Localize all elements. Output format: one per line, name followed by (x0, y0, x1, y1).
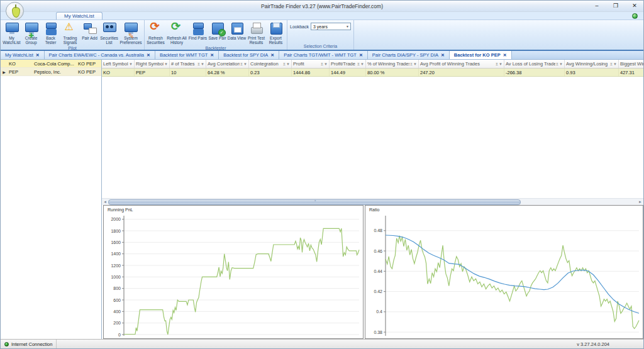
print-test-results-button[interactable]: Print Test Results (247, 21, 266, 45)
filter-funnel-icon[interactable]: ▼ (129, 62, 133, 66)
tab-backtest-spy-dia[interactable]: Backtest for SPY DIA✕ (219, 51, 279, 59)
ratio-plot: 0.380.40.420.440.460.48 (365, 214, 643, 338)
save-pair-icon (209, 21, 226, 36)
col-av-loss-losing[interactable]: Av Loss of Losing TradeΣ▼ (504, 60, 565, 68)
trading-signals-button[interactable]: Trading Signals (60, 21, 80, 45)
watchlist-panel: KO Coca-Cola Comp... KO PEP ▶ PEP Pepsic… (1, 60, 102, 339)
lookback-select[interactable]: 3 years (311, 23, 351, 30)
app-logo-pear-icon[interactable] (6, 2, 24, 20)
system-preferences-button[interactable]: System Preferences (119, 21, 143, 45)
chart-canvas: 0200400600800100012001400160018002000 (104, 214, 363, 338)
sum-icon[interactable]: Σ (357, 62, 360, 66)
close-icon[interactable]: ✕ (270, 53, 274, 58)
filter-funnel-icon[interactable]: ▼ (201, 62, 204, 66)
ratio-chart: Ratio 0.380.40.420.440.460.48 (365, 205, 643, 339)
close-icon[interactable]: ✕ (210, 53, 214, 58)
refresh-all-history-icon (169, 21, 185, 36)
y-tick-label: 200 (113, 321, 121, 325)
filter-funnel-icon[interactable]: ▼ (499, 62, 502, 66)
y-tick-label: 1400 (111, 252, 121, 256)
export-results-button[interactable]: Export Results (266, 21, 286, 45)
scrollbar-thumb[interactable] (108, 199, 521, 205)
results-header-row: Left Symbol▼ Right Symbol▼ # of TradesΣ▼… (102, 60, 643, 69)
filter-funnel-icon[interactable]: ▼ (613, 62, 617, 66)
col-profit[interactable]: ProfitΣ▼ (292, 60, 330, 68)
ribbon-group-pilot: My WatchList Create Group Back Tester Tr… (1, 20, 145, 50)
results-empty-area (102, 77, 643, 198)
sum-icon[interactable]: Σ (197, 62, 200, 66)
tab-my-watchlist[interactable]: My WatchList✕ (1, 51, 45, 59)
watchlist-row-pep[interactable]: ▶ PEP Pepsico, Inc. KO PEP (1, 68, 101, 76)
scroll-right-icon[interactable]: ► (637, 199, 643, 206)
y-tick-label: 1800 (111, 229, 121, 233)
sum-icon[interactable]: Σ (283, 62, 286, 66)
watchlist-row-ko[interactable]: KO Coca-Cola Comp... KO PEP (1, 60, 101, 68)
find-pairs-icon (190, 21, 206, 36)
ribbon-tab-row: My WatchList (1, 12, 643, 19)
col-pct-winning[interactable]: % of Winning TradesΣ▼ (366, 60, 419, 68)
col-biggest-win[interactable]: Biggest WinΣ▼ (619, 60, 643, 68)
sum-icon[interactable]: Σ (556, 62, 558, 66)
filter-funnel-icon[interactable]: ▼ (164, 62, 168, 66)
refresh-all-history-button[interactable]: Refresh All History (165, 21, 188, 45)
watchlist-group: KO PEP (77, 69, 101, 75)
create-group-button[interactable]: Create Group (21, 21, 41, 45)
tab-pair-charts-ewa-ewc[interactable]: Pair Charts EWA/EWC - Canada vs. Austral… (45, 51, 155, 59)
tab-backtest-wmt-tgt[interactable]: Backtest for WMT TGT✕ (155, 51, 219, 59)
scrollbar-track[interactable] (108, 199, 637, 205)
sum-icon[interactable]: Σ (321, 62, 323, 66)
filter-funnel-icon[interactable]: ▼ (559, 62, 563, 66)
filter-funnel-icon[interactable]: ▼ (286, 62, 290, 66)
close-icon[interactable]: ✕ (503, 53, 507, 58)
y-tick-label: 400 (113, 309, 121, 314)
close-icon[interactable]: ✕ (36, 53, 40, 58)
col-avg-winning-losing[interactable]: Avg Winning/LosingΣ▼ (565, 60, 619, 68)
filter-funnel-icon[interactable]: ▼ (324, 62, 328, 66)
help-status-icon[interactable] (632, 13, 638, 19)
filter-funnel-icon[interactable]: ▼ (360, 62, 364, 66)
save-pair-button[interactable]: Save Pair (208, 21, 227, 45)
col-profit-trade[interactable]: Profit/TradeΣ▼ (330, 60, 366, 68)
col-num-trades[interactable]: # of TradesΣ▼ (170, 60, 206, 68)
close-button[interactable]: ✕ (630, 1, 640, 10)
col-avg-correlation[interactable]: Avg CorrelationΣ▼ (206, 60, 249, 68)
col-left-symbol[interactable]: Left Symbol▼ (102, 60, 135, 68)
my-watchlist-icon (4, 21, 20, 36)
my-watchlist-button[interactable]: My WatchList (2, 21, 21, 45)
chart-canvas: 0.380.40.420.440.460.48 (365, 214, 643, 338)
version-label: v 3.27.24.0.204 (577, 341, 643, 347)
col-cointegration[interactable]: CointegrationΣ▼ (249, 60, 292, 68)
sum-icon[interactable]: Σ (410, 62, 413, 66)
sum-icon[interactable]: Σ (240, 62, 243, 66)
close-icon[interactable]: ✕ (147, 53, 150, 58)
scroll-left-icon[interactable]: ◄ (102, 199, 108, 206)
sum-icon[interactable]: Σ (496, 62, 498, 66)
sum-icon[interactable]: Σ (610, 62, 613, 66)
horizontal-scrollbar[interactable]: ◄ ► (102, 198, 643, 205)
col-avg-profit-winning[interactable]: Avg Profit of Winning TradesΣ▼ (419, 60, 504, 68)
ribbon-tab-my-watchlist[interactable]: My WatchList (56, 12, 103, 19)
connection-status: Internet Connection (1, 340, 57, 348)
back-tester-button[interactable]: Back Tester (41, 21, 60, 45)
securities-list-button[interactable]: Securities List (99, 21, 119, 45)
close-icon[interactable]: ✕ (441, 53, 445, 58)
results-row-ko-pep[interactable]: KO PEP 10 64.28 % 0.23 1444.86 144.49 80… (102, 69, 643, 77)
col-right-symbol[interactable]: Right Symbol▼ (135, 60, 170, 68)
maximize-button[interactable]: ❐ (611, 1, 621, 10)
watchlist-name: Coca-Cola Comp... (33, 61, 77, 67)
tab-backtest-ko-pep[interactable]: Backtest for KO PEP✕ (450, 51, 512, 59)
tab-pair-charts-dia-spy[interactable]: Pair Charts DIA/SPY - SPY DIA✕ (368, 51, 450, 59)
filter-funnel-icon[interactable]: ▼ (413, 62, 417, 66)
tab-pair-charts-tgt-wmt[interactable]: Pair Charts TGT/WMT - WMT TGT✕ (279, 51, 368, 59)
close-icon[interactable]: ✕ (359, 53, 363, 58)
find-pairs-button[interactable]: Find Pairs (188, 21, 208, 45)
minimize-button[interactable]: – (592, 1, 602, 10)
y-tick-label: 1600 (111, 240, 121, 245)
y-tick-label: 0.4 (376, 309, 382, 314)
pair-add-button[interactable]: Pair Add (80, 21, 99, 45)
filter-funnel-icon[interactable]: ▼ (243, 62, 247, 66)
data-view-button[interactable]: Data View (227, 21, 247, 45)
running-pnl-chart: Running PnL 0200400600800100012001400160… (103, 205, 364, 339)
refresh-securities-button[interactable]: Refresh Securities (146, 21, 165, 45)
system-preferences-icon (123, 21, 139, 36)
